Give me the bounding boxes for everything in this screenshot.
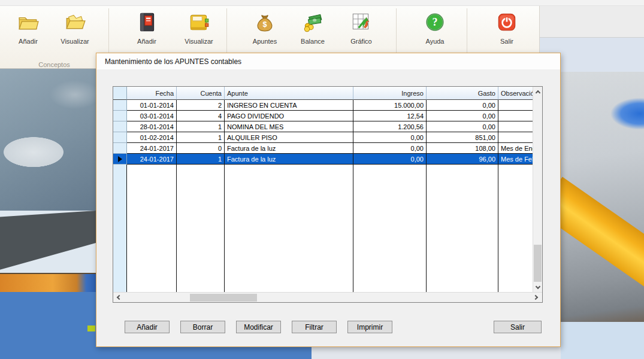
dialog-title: Mantenimiento de los APUNTES contables — [105, 57, 241, 66]
cell-observacion: Mes de Enero — [498, 143, 533, 154]
toolbar-button-label: Visualizar — [185, 38, 213, 45]
chevron-right-icon — [533, 295, 537, 300]
toolbar-button-balance[interactable]: Balance — [290, 11, 335, 54]
column-header-apunte[interactable]: Apunte — [225, 87, 353, 100]
cell-ingreso: 12,54 — [353, 111, 427, 121]
pencil-shape — [561, 177, 644, 315]
cell-gasto: 0,00 — [427, 121, 498, 132]
power-icon — [495, 11, 518, 36]
column-header-fecha[interactable]: Fecha — [127, 87, 177, 100]
cell-observacion — [498, 121, 533, 132]
toolbar-button-apuntes-anadir[interactable]: Añadir — [124, 11, 170, 54]
cell-ingreso: 0,00 — [353, 143, 427, 154]
column-header-observacion[interactable]: Observación — [498, 87, 533, 100]
cell-ingreso: 0,00 — [353, 154, 427, 165]
chevron-up-icon — [536, 90, 540, 95]
cell-cuenta: 1 — [177, 154, 225, 165]
toolbar-button-label: Balance — [301, 38, 325, 45]
filtrar-button[interactable]: Filtrar — [292, 321, 337, 333]
toolbar-button-ayuda[interactable]: ? Ayuda — [412, 11, 458, 54]
cell-ingreso: 0,00 — [353, 132, 427, 143]
table-row-selected[interactable]: 24-01-2017 1 Factura de la luz 0,00 96,0… — [113, 154, 542, 165]
apuntes-grid: Fecha Cuenta Apunte Ingreso Gasto Observ… — [113, 86, 543, 303]
table-row[interactable]: 03-01-2014 4 PAGO DIVIDENDO 12,54 0,00 — [113, 111, 542, 121]
imprimir-button[interactable]: Imprimir — [347, 321, 392, 333]
row-selector — [113, 100, 127, 111]
row-selector — [113, 132, 127, 143]
grid-header-row: Fecha Cuenta Apunte Ingreso Gasto Observ… — [113, 87, 542, 100]
cell-cuenta: 1 — [177, 121, 225, 132]
desktop-bottom-strip — [312, 347, 561, 359]
toolbar-button-salir[interactable]: Salir — [484, 11, 530, 54]
cell-fecha: 28-01-2014 — [127, 121, 177, 132]
cell-fecha: 24-01-2017 — [127, 143, 177, 154]
toolbar-button-label: Añadir — [137, 38, 156, 45]
cell-apunte: ALQUILER PISO — [225, 132, 353, 143]
cell-apunte: Factura de la luz — [225, 143, 353, 154]
cell-fecha: 03-01-2014 — [127, 111, 177, 121]
toolbar-button-conceptos-visualizar[interactable]: Visualizar — [52, 11, 98, 54]
cell-cuenta: 0 — [177, 143, 225, 154]
toolbar-button-grafico[interactable]: Gráfico — [338, 11, 384, 54]
scroll-right-button[interactable] — [531, 293, 541, 302]
desktop-top-right — [540, 6, 644, 37]
scroll-left-button[interactable] — [113, 293, 123, 302]
row-selector — [113, 143, 127, 154]
cell-observacion: Mes de Febrero — [498, 154, 533, 165]
table-row[interactable]: 01-01-2014 2 INGRESO EN CUENTA 15.000,00… — [113, 100, 542, 111]
horizontal-scrollbar[interactable] — [113, 292, 542, 302]
cell-apunte: PAGO DIVIDENDO — [225, 111, 353, 121]
borrar-button[interactable]: Borrar — [180, 321, 225, 333]
toolbar-button-label: Salir — [500, 38, 513, 45]
wallpaper-blue-patch — [597, 93, 644, 135]
table-row[interactable]: 28-01-2014 1 NOMINA DEL MES 1.200,56 0,0… — [113, 121, 542, 132]
cell-fecha: 01-01-2014 — [127, 100, 177, 111]
cell-observacion — [498, 111, 533, 121]
top-strip — [0, 0, 644, 6]
cell-fecha: 01-02-2014 — [127, 132, 177, 143]
column-header-gasto[interactable]: Gasto — [427, 87, 498, 100]
horizontal-scroll-thumb[interactable] — [190, 294, 257, 302]
cell-ingreso: 1.200,56 — [353, 121, 427, 132]
toolbar-button-apuntes[interactable]: $ Apuntes — [242, 11, 288, 54]
column-header-cuenta[interactable]: Cuenta — [177, 87, 225, 100]
scroll-down-button[interactable] — [533, 282, 543, 292]
cell-gasto: 0,00 — [427, 111, 498, 121]
vertical-scroll-thumb[interactable] — [534, 245, 542, 282]
cell-cuenta: 4 — [177, 111, 225, 121]
cell-cuenta: 1 — [177, 132, 225, 143]
wallpaper-keyboard-photo — [0, 69, 96, 212]
cell-apunte: Factura de la luz — [225, 154, 353, 165]
toolbar-button-conceptos-anadir[interactable]: Añadir — [5, 11, 51, 54]
chevron-down-icon — [536, 284, 540, 288]
cell-ingreso: 15.000,00 — [353, 100, 427, 111]
grid-header-selector — [113, 87, 127, 100]
modificar-button[interactable]: Modificar — [236, 321, 281, 333]
cell-fecha: 24-01-2017 — [127, 154, 177, 165]
toolbar-button-label: Añadir — [19, 38, 38, 45]
dialog-title-bar[interactable]: Mantenimiento de los APUNTES contables — [96, 53, 560, 69]
anadir-button[interactable]: Añadir — [125, 321, 170, 333]
table-row[interactable]: 24-01-2017 0 Factura de la luz 0,00 108,… — [113, 143, 542, 154]
folder-open-icon — [64, 11, 86, 36]
logo-accent-square — [87, 325, 95, 331]
table-row[interactable]: 01-02-2014 1 ALQUILER PISO 0,00 851,00 — [113, 132, 542, 143]
row-selector — [113, 154, 127, 165]
apuntes-dialog: Mantenimiento de los APUNTES contables F… — [96, 53, 561, 347]
vertical-scrollbar[interactable] — [533, 87, 542, 292]
book-icon — [188, 11, 210, 36]
binder-icon — [135, 11, 158, 36]
salir-button[interactable]: Salir — [494, 321, 542, 333]
money-bag-icon: $ — [253, 11, 276, 36]
wallpaper-pale-strip — [561, 322, 644, 359]
toolbar-button-apuntes-visualizar[interactable]: Visualizar — [176, 11, 222, 54]
toolbar-button-label: Visualizar — [61, 38, 89, 45]
cell-apunte: NOMINA DEL MES — [225, 121, 353, 132]
cell-apunte: INGRESO EN CUENTA — [225, 100, 353, 111]
toolbar-button-label: Gráfico — [350, 38, 371, 45]
column-header-ingreso[interactable]: Ingreso — [353, 87, 427, 100]
cell-gasto: 108,00 — [427, 143, 498, 154]
help-icon: ? — [424, 11, 446, 36]
cell-observacion — [498, 132, 533, 143]
scroll-up-button[interactable] — [533, 87, 543, 96]
